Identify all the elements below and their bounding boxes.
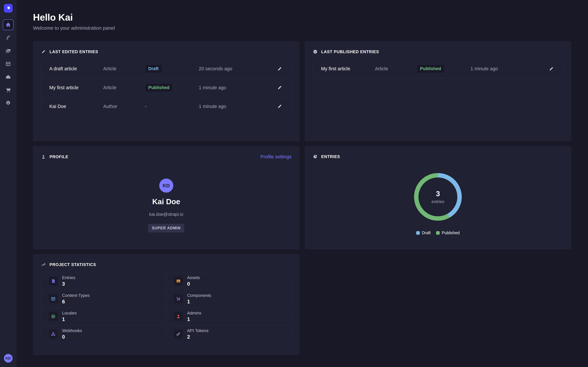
entries-legend: DraftPublished xyxy=(313,231,563,235)
entry-type: Author xyxy=(103,104,145,109)
gear-icon xyxy=(5,100,11,106)
entry-type: Article xyxy=(103,85,145,90)
pencil-icon xyxy=(549,66,554,71)
page-subtitle: Welcome to your administration panel xyxy=(33,25,571,31)
project-statistics-grid: Entries3Assets0Content-Types6Components1… xyxy=(41,272,292,343)
stat-label: Content-Types xyxy=(62,293,90,298)
entry-status-cell: Published xyxy=(145,83,199,92)
layout-icon xyxy=(49,294,58,303)
home-icon xyxy=(5,22,11,28)
last-published-entries-header: LAST PUBLISHED ENTRIES xyxy=(313,49,563,54)
stat-text: Entries3 xyxy=(62,275,75,287)
entry-status-cell: - xyxy=(145,104,199,109)
last-published-entries-table: My first articleArticlePublished1 minute… xyxy=(313,59,563,78)
profile-settings-link[interactable]: Profile settings xyxy=(260,154,291,159)
entries-header: ENTRIES xyxy=(313,154,563,159)
stat-assets: Assets0 xyxy=(166,272,291,290)
sidebar-item-gear[interactable] xyxy=(3,98,14,108)
pie-chart-icon xyxy=(313,154,318,159)
table-row: My first articleArticlePublished1 minute… xyxy=(313,59,563,78)
sidebar-divider-top xyxy=(0,17,16,17)
stat-value: 1 xyxy=(62,317,77,322)
entries-title: ENTRIES xyxy=(321,154,340,159)
entry-name: My first article xyxy=(321,66,375,71)
cloud-icon xyxy=(5,74,11,80)
legend-label: Published xyxy=(442,231,460,235)
project-statistics-panel: PROJECT STATISTICS Entries3Assets0Conten… xyxy=(33,254,300,355)
main-content: Hello Kai Welcome to your administration… xyxy=(17,0,588,367)
stat-text: Admins1 xyxy=(187,310,201,322)
last-edited-entries-title: LAST EDITED ENTRIES xyxy=(50,50,98,54)
sidebar: KD xyxy=(0,0,17,367)
stat-text: API Tokens2 xyxy=(187,328,208,340)
edit-entry-button[interactable] xyxy=(276,84,283,91)
stat-value: 3 xyxy=(62,281,75,287)
stat-value: 1 xyxy=(187,317,201,322)
profile-role-badge: SUPER ADMIN xyxy=(148,224,184,233)
last-edited-entries-panel: LAST EDITED ENTRIES A draft articleArtic… xyxy=(33,41,300,141)
stat-text: Assets0 xyxy=(187,275,200,287)
sidebar-item-feather[interactable] xyxy=(3,33,14,43)
pencil-icon xyxy=(41,49,46,54)
webhook-icon xyxy=(49,329,58,339)
legend-swatch xyxy=(436,231,440,235)
stat-value: 1 xyxy=(187,299,211,305)
pencil-icon xyxy=(277,66,282,71)
entry-type: Article xyxy=(375,66,417,71)
table-row: A draft articleArticleDraft20 seconds ag… xyxy=(41,59,291,78)
person-icon xyxy=(174,312,183,321)
stat-value: 0 xyxy=(187,281,200,287)
page-title: Hello Kai xyxy=(33,12,571,23)
legend-label: Draft xyxy=(422,231,431,235)
project-statistics-header: PROJECT STATISTICS xyxy=(41,262,292,267)
stat-webhooks: Webhooks0 xyxy=(41,325,166,343)
sidebar-item-cloud[interactable] xyxy=(3,72,14,82)
entries-donut-chart: 3 entries xyxy=(414,173,462,221)
sidebar-item-media-library[interactable] xyxy=(3,45,14,56)
stat-label: Assets xyxy=(187,275,200,280)
stat-value: 0 xyxy=(62,334,82,340)
last-published-entries-panel: LAST PUBLISHED ENTRIES My first articleA… xyxy=(305,41,571,141)
strapi-logo-button[interactable] xyxy=(4,4,13,13)
sidebar-item-layout[interactable] xyxy=(3,58,14,69)
profile-name: Kai Doe xyxy=(152,197,180,206)
table-row: Kai DoeAuthor-1 minute ago xyxy=(41,97,291,116)
edit-entry-button[interactable] xyxy=(276,65,283,72)
legend-swatch xyxy=(416,231,420,235)
sidebar-nav xyxy=(3,19,14,108)
document-icon xyxy=(49,276,58,286)
edit-entry-button[interactable] xyxy=(276,103,283,110)
table-row: My first articleArticlePublished1 minute… xyxy=(41,78,291,97)
stat-components: Components1 xyxy=(166,290,291,308)
stat-admins: Admins1 xyxy=(166,308,291,325)
stat-label: Webhooks xyxy=(62,328,82,333)
check-circle-icon xyxy=(313,49,318,54)
pencil-icon xyxy=(277,85,282,90)
user-avatar[interactable]: KD xyxy=(4,354,13,363)
entries-count-label: entries xyxy=(432,199,444,204)
stat-entries: Entries3 xyxy=(41,272,166,290)
pencil-icon xyxy=(277,104,282,109)
profile-title: PROFILE xyxy=(50,154,68,159)
nodes-icon xyxy=(174,294,183,303)
last-edited-entries-header: LAST EDITED ENTRIES xyxy=(41,49,292,54)
stat-label: Admins xyxy=(187,310,201,316)
entries-donut-center: 3 entries xyxy=(414,173,462,221)
user-icon xyxy=(41,154,46,159)
legend-item-published: Published xyxy=(436,231,460,235)
feather-icon xyxy=(5,35,11,41)
entry-status: - xyxy=(145,104,147,109)
stat-label: Components xyxy=(187,293,211,298)
entry-status-cell: Published xyxy=(417,64,471,73)
profile-panel: PROFILE Profile settings KD Kai Doe kai.… xyxy=(33,146,300,249)
sidebar-item-cart[interactable] xyxy=(3,85,14,95)
status-badge: Published xyxy=(145,83,173,92)
entry-status-cell: Draft xyxy=(145,64,199,73)
edit-entry-button[interactable] xyxy=(548,65,555,72)
stat-locales: Locales1 xyxy=(41,308,166,325)
sidebar-item-home[interactable] xyxy=(3,19,14,30)
entries-panel: ENTRIES 3 entries DraftPublished xyxy=(305,146,571,249)
entry-time: 20 seconds ago xyxy=(199,66,276,71)
stat-text: Webhooks0 xyxy=(62,328,82,340)
profile-avatar: KD xyxy=(159,179,173,193)
